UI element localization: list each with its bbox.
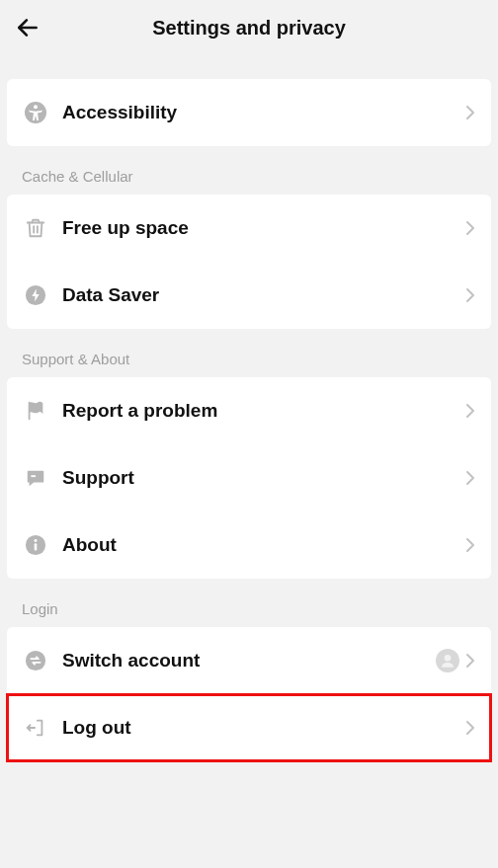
chevron-right-icon (465, 720, 475, 736)
chevron-right-icon (465, 470, 475, 486)
row-label: About (62, 534, 465, 556)
bolt-circle-icon (23, 282, 48, 308)
svg-rect-9 (35, 543, 38, 550)
chevron-right-icon (465, 403, 475, 419)
chevron-right-icon (465, 287, 475, 303)
row-label: Free up space (62, 217, 465, 239)
row-accessibility[interactable]: Accessibility (7, 79, 491, 146)
card-top: Accessibility (7, 79, 491, 146)
row-label: Data Saver (62, 284, 465, 306)
row-label: Report a problem (62, 400, 465, 422)
card-login: Switch account Log out (7, 627, 491, 761)
chevron-right-icon (465, 653, 475, 669)
row-free-up-space[interactable]: Free up space (7, 195, 491, 262)
avatar-icon (436, 649, 459, 672)
info-icon (23, 532, 48, 558)
section-header-login: Login (0, 579, 498, 627)
row-log-out[interactable]: Log out (7, 694, 491, 761)
row-report-problem[interactable]: Report a problem (7, 377, 491, 444)
row-about[interactable]: About (7, 512, 491, 579)
section-header-cache: Cache & Cellular (0, 146, 498, 195)
card-cache: Free up space Data Saver (7, 195, 491, 329)
back-button[interactable] (8, 8, 47, 47)
chevron-right-icon (465, 537, 475, 553)
svg-point-2 (34, 105, 38, 109)
chevron-right-icon (465, 105, 475, 120)
page-title: Settings and privacy (0, 17, 498, 39)
chevron-right-icon (465, 220, 475, 236)
row-support[interactable]: Support (7, 444, 491, 512)
arrow-left-icon (15, 15, 41, 40)
card-support: Report a problem Support About (7, 377, 491, 579)
row-label: Accessibility (62, 102, 465, 123)
trash-icon (23, 215, 48, 241)
svg-point-11 (445, 655, 452, 662)
accessibility-icon (23, 100, 48, 125)
flag-icon (23, 398, 48, 424)
switch-icon (23, 648, 48, 673)
row-data-saver[interactable]: Data Saver (7, 262, 491, 329)
logout-icon (23, 715, 48, 741)
row-label: Support (62, 467, 465, 489)
chat-icon (23, 465, 48, 491)
row-switch-account[interactable]: Switch account (7, 627, 491, 694)
svg-point-8 (35, 539, 38, 542)
row-label: Log out (62, 717, 465, 739)
header-bar: Settings and privacy (0, 0, 498, 55)
svg-point-10 (26, 651, 45, 671)
row-label: Switch account (62, 650, 436, 671)
section-header-support: Support & About (0, 329, 498, 377)
svg-rect-6 (31, 475, 36, 477)
